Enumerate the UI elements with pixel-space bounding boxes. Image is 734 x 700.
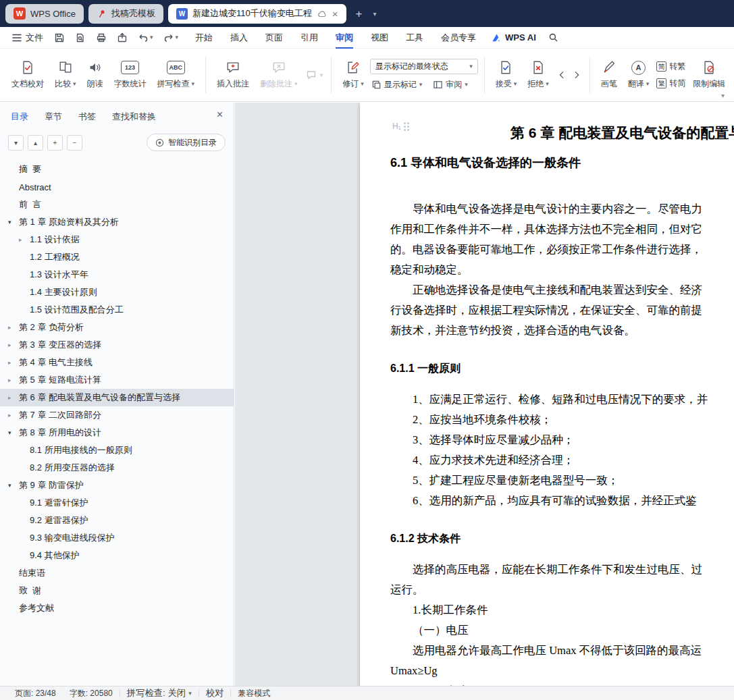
print-button[interactable] xyxy=(95,31,108,45)
menu-tab[interactable]: 开始 xyxy=(186,27,221,49)
document-line[interactable]: 4、应力求技术先进和经济合理； xyxy=(390,450,734,470)
template-tab[interactable]: 找稿壳模板 xyxy=(88,4,163,24)
search-button[interactable] xyxy=(543,31,564,44)
new-tab-button[interactable]: + xyxy=(351,8,366,20)
document-line[interactable]: 第 6 章 配电装置及电气设备的配置与选择 xyxy=(510,123,734,143)
smart-toc-button[interactable]: 智能识别目录 xyxy=(147,134,226,151)
reject-button[interactable]: 拒绝▾ xyxy=(523,57,554,93)
drag-handle-icon[interactable] xyxy=(404,122,409,131)
redo-button[interactable]: ▾ xyxy=(162,31,180,45)
sidebar-tab[interactable]: 章节 xyxy=(45,111,62,123)
toc-item[interactable]: 9.4 其他保护 xyxy=(0,547,234,564)
toc-expand-arrow-icon[interactable] xyxy=(8,359,19,366)
toc-item[interactable]: 9.3 输变电进线段保护 xyxy=(0,529,234,547)
document-line[interactable]: 6.1.1 一般原则 xyxy=(390,360,734,377)
document-line[interactable]: 稳定和动稳定。 xyxy=(390,260,734,280)
toc-item[interactable]: 8.2 所用变压器的选择 xyxy=(0,459,234,477)
menu-tab[interactable]: 页面 xyxy=(257,27,292,49)
document-line[interactable]: 新技术，并注意节约投资，选择合适的电气设备。 xyxy=(390,321,734,341)
prev-revision-button[interactable] xyxy=(555,68,569,82)
document-line[interactable]: （二）电流 xyxy=(390,681,734,686)
close-sidebar-button[interactable]: × xyxy=(217,109,223,121)
undo-button[interactable]: ▾ xyxy=(136,31,155,45)
menu-tab[interactable]: 引用 xyxy=(292,27,327,49)
toc-zoom-in-button[interactable]: + xyxy=(47,135,63,151)
chevron-down-icon[interactable]: ▾ xyxy=(150,34,153,41)
restrict-edit-button[interactable]: 限制编辑 xyxy=(688,57,730,93)
toc-item[interactable]: 1.1 设计依据 xyxy=(0,231,234,248)
review-pane-button[interactable]: 审阅 ▾ xyxy=(431,78,469,91)
document-line[interactable]: 1.长期工作条件 xyxy=(390,600,734,620)
toc-item[interactable]: 1.2 工程概况 xyxy=(0,248,234,266)
document-line[interactable]: 2、应按当地环境条件校核； xyxy=(390,410,734,430)
toc-expand-all-button[interactable]: ▾ xyxy=(8,135,24,151)
toc-item[interactable]: Abstract xyxy=(0,178,234,196)
sidebar-tab[interactable]: 查找和替换 xyxy=(112,111,156,123)
tab-list-chevron-icon[interactable]: ▾ xyxy=(371,10,378,18)
toc-expand-arrow-icon[interactable] xyxy=(8,482,19,489)
document-line[interactable]: 6、选用的新产品，均应具有可靠的试验数据，并经正式鉴 xyxy=(390,491,734,511)
toc-expand-arrow-icon[interactable] xyxy=(8,412,19,419)
toc-item[interactable]: 第 5 章 短路电流计算 xyxy=(0,371,234,389)
document-line[interactable]: 5、扩建工程应尽量使新老电器型号一致； xyxy=(390,470,734,491)
document-line[interactable]: 6.1.2 技术条件 xyxy=(390,530,734,547)
toc-expand-arrow-icon[interactable] xyxy=(8,377,19,383)
document-line[interactable]: 行设备选择时，应根据工程实际情况，在保证安全、可靠的前提 xyxy=(390,300,734,321)
sidebar-tab[interactable]: 目录 xyxy=(11,111,28,123)
toc-item[interactable]: 1.3 设计水平年 xyxy=(0,266,234,284)
document-line[interactable]: 选用电器允许最高工作电压 Umax 不得低于该回路的最高运 xyxy=(390,641,734,661)
toc-item[interactable]: 第 4 章 电气主接线 xyxy=(0,354,234,371)
toc-expand-arrow-icon[interactable] xyxy=(8,394,19,401)
toc-item[interactable]: 9.1 避雷针保护 xyxy=(0,494,234,512)
wps-ai-button[interactable]: WPS AI xyxy=(485,32,543,43)
heading-anchor[interactable]: H₁ xyxy=(392,122,409,131)
translate-button[interactable]: A 翻译▾ xyxy=(623,57,654,93)
toc-collapse-all-button[interactable]: ▴ xyxy=(28,135,43,151)
save-button[interactable] xyxy=(53,31,66,45)
document-line[interactable]: 1、应满足正常运行、检修、短路和过电压情况下的要求，并 xyxy=(390,389,734,410)
document-line[interactable]: 导体和电气设备选择是电气设计的主要内容之一。尽管电力 xyxy=(390,199,734,219)
toc-item[interactable]: 8.1 所用电接线的一般原则 xyxy=(0,441,234,459)
sidebar-tab[interactable]: 书签 xyxy=(78,111,96,123)
delete-comment-button[interactable]: 删除批注▾ xyxy=(255,57,303,93)
toc-item[interactable]: 参考文献 xyxy=(0,599,234,617)
next-revision-button[interactable] xyxy=(570,68,583,82)
toc-item[interactable]: 结束语 xyxy=(0,564,234,582)
insert-comment-button[interactable]: 插入批注 xyxy=(212,57,254,93)
toc-expand-arrow-icon[interactable] xyxy=(8,342,19,348)
toc-item[interactable]: 9.2 避雷器保护 xyxy=(0,512,234,529)
toc-item[interactable]: 1.5 设计范围及配合分工 xyxy=(0,301,234,319)
toc-item[interactable]: 1.4 主要设计原则 xyxy=(0,284,234,301)
toc-expand-arrow-icon[interactable] xyxy=(8,219,19,225)
brush-button[interactable]: 画笔 xyxy=(596,57,622,93)
document-line[interactable]: Umax≥Ug xyxy=(390,661,734,681)
menu-tab[interactable]: 视图 xyxy=(362,27,397,49)
chevron-down-icon[interactable]: ▾ xyxy=(176,34,179,41)
track-changes-button[interactable]: 修订▾ xyxy=(338,57,369,93)
word-count-button[interactable]: 123 字数统计 xyxy=(109,57,151,93)
simplified-to-traditional-button[interactable]: 简 转繁 xyxy=(655,60,687,73)
comment-nav-button[interactable]: ▾ xyxy=(304,68,325,82)
toc-item[interactable]: 摘 要 xyxy=(0,161,234,178)
toc-item[interactable]: 第 9 章 防雷保护 xyxy=(0,477,234,494)
document-tab[interactable]: W 新建边城变110千伏输变电工程 × xyxy=(168,4,347,24)
toc-item[interactable]: 第 2 章 负荷分析 xyxy=(0,319,234,336)
document-line[interactable]: 3、选择导体时应尽量减少品种； xyxy=(390,430,734,450)
document-line[interactable]: 的。电器设备要能可靠地工作，必须按正常工作条件进行选择， xyxy=(390,240,734,260)
toc-item[interactable]: 第 3 章 变压器的选择 xyxy=(0,336,234,354)
traditional-to-simplified-button[interactable]: 繁 转简 xyxy=(655,77,687,90)
document-line[interactable]: 运行。 xyxy=(390,580,734,600)
toc-item[interactable]: 第 1 章 原始资料及其分析 xyxy=(0,213,234,231)
file-menu-button[interactable]: 文件 xyxy=(5,32,50,44)
menu-tab[interactable]: 审阅 xyxy=(327,27,362,49)
toc-zoom-out-button[interactable]: − xyxy=(67,135,82,151)
toc-item[interactable]: 第 8 章 所用电的设计 xyxy=(0,424,234,441)
menu-tab[interactable]: 工具 xyxy=(397,27,432,49)
menu-tab[interactable]: 插入 xyxy=(221,27,257,49)
show-markup-button[interactable]: 显示标记 ▾ xyxy=(370,78,424,91)
toc-expand-arrow-icon[interactable] xyxy=(19,236,30,243)
document-line[interactable]: 作用和工作条件并不一样，具体选择方法也不完全相同，但对它 xyxy=(390,219,734,240)
toc-item[interactable]: 第 6 章 配电装置及电气设备的配置与选择 xyxy=(0,389,234,406)
toc-item[interactable]: 第 7 章 二次回路部分 xyxy=(0,406,234,424)
home-tab[interactable]: W WPS Office xyxy=(5,4,84,24)
